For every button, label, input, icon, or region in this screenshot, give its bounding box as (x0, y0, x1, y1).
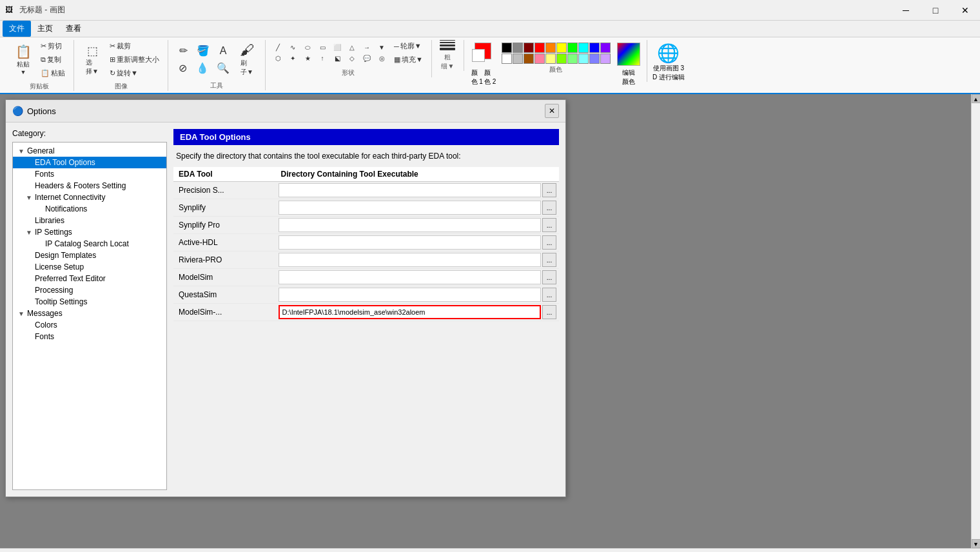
tree-item-colors[interactable]: Colors (13, 319, 166, 331)
eda-path-input[interactable] (279, 270, 541, 284)
tree-item-ip-catalog[interactable]: IP Catalog Search Locat (13, 238, 166, 250)
color-red[interactable] (534, 43, 545, 53)
close-button[interactable]: ✕ (950, 0, 980, 21)
color2-swatch[interactable] (472, 49, 485, 62)
menu-item-view[interactable]: 查看 (59, 21, 88, 37)
color-darkred[interactable] (524, 43, 534, 53)
tree-item-fonts[interactable]: Fonts (13, 168, 166, 180)
color-yellow[interactable] (556, 43, 567, 53)
tree-item-messages[interactable]: ▼ Messages (13, 308, 166, 319)
tree-item-ip-settings[interactable]: ▼ IP Settings (13, 226, 166, 238)
select-button[interactable]: ⬚ 选择▼ (79, 42, 105, 78)
pencil-button[interactable]: ✏ (174, 43, 192, 59)
eda-browse-btn[interactable]: ... (542, 270, 556, 284)
color-blue[interactable] (589, 43, 600, 53)
brush-button[interactable]: 🖌 刷子▼ (234, 40, 260, 79)
color-gray[interactable] (513, 43, 523, 53)
shape9[interactable]: ⬕ (330, 54, 344, 63)
tree-item-processing[interactable]: Processing (13, 284, 166, 296)
maximize-button[interactable]: □ (921, 0, 950, 21)
color-orange[interactable] (545, 43, 556, 53)
tree-item-internet[interactable]: ▼ Internet Connectivity (13, 192, 166, 203)
eda-browse-btn[interactable]: ... (542, 305, 556, 319)
vertical-scrollbar[interactable]: ▲ ▼ (971, 94, 980, 548)
tree-item-fonts-messages[interactable]: Fonts (13, 331, 166, 342)
paste-button[interactable]: 📋 粘贴 ▼ (10, 42, 36, 77)
eda-path-input[interactable] (279, 235, 541, 250)
color-cyan[interactable] (578, 43, 589, 53)
eda-path-input[interactable] (279, 183, 541, 197)
magnify-button[interactable]: 🔍 (213, 60, 233, 76)
scroll-up-btn[interactable]: ▲ (972, 94, 981, 103)
color-lavender[interactable] (600, 54, 611, 64)
more-shapes[interactable]: ▼ (375, 43, 389, 53)
color-silver[interactable] (513, 54, 523, 64)
tree-item-headers[interactable]: Headers & Footers Setting (13, 180, 166, 192)
rotate-button[interactable]: ↻ 旋转▼ (106, 67, 162, 79)
rect2-tool[interactable]: ⬜ (330, 43, 344, 53)
eda-browse-btn[interactable]: ... (542, 201, 556, 215)
minimize-button[interactable]: ─ (891, 0, 921, 21)
tree-item-license-setup[interactable]: License Setup (13, 261, 166, 273)
crop-button[interactable]: ✂ 裁剪 (106, 40, 162, 52)
color-black[interactable] (502, 43, 512, 53)
tree-item-eda-tool-options[interactable]: EDA Tool Options (13, 157, 166, 168)
tree-item-libraries[interactable]: Libraries (13, 215, 166, 226)
color-lightblue[interactable] (589, 54, 600, 64)
copy-button[interactable]: ⧉ 复制 (37, 54, 68, 66)
color-pink[interactable] (534, 54, 545, 64)
shape12[interactable]: ◎ (375, 54, 389, 63)
scroll-down-btn[interactable]: ▼ (972, 539, 981, 548)
triangle-tool[interactable]: △ (345, 43, 359, 53)
color-green[interactable] (567, 43, 578, 53)
color-purple[interactable] (600, 43, 611, 53)
eda-path-input[interactable] (279, 253, 541, 267)
color-brown[interactable] (524, 54, 534, 64)
eda-path-input[interactable] (279, 218, 541, 232)
shape11[interactable]: 💬 (360, 54, 374, 63)
paste-small-button[interactable]: 📋 粘贴 (37, 67, 68, 79)
dialog-close-button[interactable]: ✕ (545, 104, 559, 118)
eda-browse-btn[interactable]: ... (542, 218, 556, 232)
fill-button[interactable]: 🪣 (193, 43, 213, 59)
eda-path-input[interactable] (279, 201, 541, 215)
shape10[interactable]: ◇ (345, 54, 359, 63)
color-picker-button[interactable]: 💧 (193, 60, 212, 76)
eda-browse-btn[interactable]: ... (542, 253, 556, 267)
eraser-button[interactable]: ⊘ (173, 60, 191, 76)
cut-button[interactable]: ✂ 剪切 (37, 40, 68, 52)
color-lime[interactable] (556, 54, 567, 64)
ribbon-group-clipboard: 📋 粘贴 ▼ ✂ 剪切 ⧉ 复制 📋 粘贴 剪贴板 (5, 40, 74, 91)
eda-browse-btn[interactable]: ... (542, 235, 556, 250)
shape7[interactable]: ★ (300, 54, 315, 63)
eda-browse-btn[interactable]: ... (542, 183, 556, 197)
rect-tool[interactable]: ▭ (315, 43, 329, 53)
curve-tool[interactable]: ∿ (286, 43, 300, 53)
line-thickness-selector[interactable] (440, 40, 455, 50)
arrow-tool[interactable]: → (360, 43, 374, 53)
gradient-swatch[interactable] (617, 43, 640, 66)
shape6[interactable]: ✦ (286, 54, 300, 63)
color-lightgreen[interactable] (567, 54, 578, 64)
tree-item-design-templates[interactable]: Design Templates (13, 250, 166, 261)
menu-item-home[interactable]: 主页 (31, 21, 59, 37)
eda-browse-btn[interactable]: ... (542, 288, 556, 302)
tree-item-preferred-text-editor[interactable]: Preferred Text Editor (13, 273, 166, 284)
eda-path-input[interactable] (279, 288, 541, 302)
tree-item-tooltip-settings[interactable]: Tooltip Settings (13, 296, 166, 308)
fill-style-button[interactable]: ▦ 填充▼ (391, 54, 426, 66)
tree-item-notifications[interactable]: Notifications (13, 203, 166, 215)
tree-item-general[interactable]: ▼ General (13, 145, 166, 157)
color-white[interactable] (502, 54, 512, 64)
eda-path-input[interactable] (279, 305, 541, 319)
color-lightcyan[interactable] (578, 54, 589, 64)
line-tool[interactable]: ╱ (271, 43, 285, 53)
outline-button[interactable]: ─ 轮廓▼ (391, 40, 426, 52)
color-lightyellow[interactable] (545, 54, 556, 64)
shape5[interactable]: ⬡ (271, 54, 285, 63)
oval-tool[interactable]: ⬭ (300, 43, 315, 53)
resize-button[interactable]: ⊞ 重新调整大小 (106, 54, 162, 66)
shape8[interactable]: ↑ (315, 54, 329, 63)
menu-item-file[interactable]: 文件 (3, 21, 31, 37)
text-button[interactable]: A (214, 43, 232, 59)
